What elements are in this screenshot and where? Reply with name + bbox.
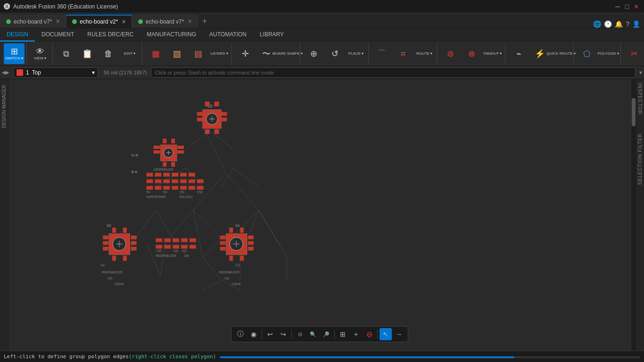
- tab-echo-board-v2[interactable]: echo-board v2* ✕: [66, 15, 132, 28]
- fanout-btn2[interactable]: ⊗: [461, 43, 482, 64]
- menu-library[interactable]: LIBRARY: [253, 28, 290, 41]
- switch-button[interactable]: ⊞ SWITCH ▾: [4, 43, 25, 64]
- zoom-out-button[interactable]: 🔍: [307, 328, 319, 340]
- layers-stack3-button[interactable]: ▤: [188, 43, 208, 64]
- switch-icon: ⊞: [11, 47, 18, 56]
- vertical-scrollbar[interactable]: [631, 79, 636, 351]
- info-button[interactable]: ⓘ: [234, 328, 247, 340]
- copy-button[interactable]: ⧉: [56, 43, 76, 64]
- grid-button[interactable]: ⊞: [337, 328, 349, 340]
- avatar-icon[interactable]: 👤: [632, 20, 640, 28]
- svg-rect-66: [197, 186, 204, 189]
- layers-stack1-button[interactable]: ▦: [145, 43, 166, 64]
- edit-menu-button[interactable]: EDIT ▾: [119, 43, 140, 64]
- route-btn2[interactable]: ⌗: [393, 43, 413, 64]
- svg-rect-84: [112, 228, 116, 233]
- place-menu-button[interactable]: PLACE ▾: [346, 43, 366, 64]
- main-layout: DESIGN MANAGER: [0, 79, 644, 351]
- layer-nav-arrows[interactable]: ◀▶: [2, 70, 9, 75]
- svg-rect-64: [180, 186, 187, 189]
- redo-button[interactable]: ↪: [277, 328, 289, 340]
- right-sidebar: INSPECTOR SELECTION FILTER: [636, 79, 644, 351]
- route-btn1[interactable]: ⌒: [372, 43, 392, 64]
- toolbar-separator-1: [262, 329, 262, 339]
- select-mode-button[interactable]: ↖: [380, 328, 392, 340]
- minimize-button[interactable]: ─: [614, 3, 621, 10]
- inspector-label[interactable]: INSPECTOR: [637, 83, 643, 115]
- quick-route-menu-button[interactable]: QUICK ROUTE ▾: [551, 43, 571, 64]
- clock-icon[interactable]: 🕐: [604, 20, 612, 28]
- scroll-thumb[interactable]: [632, 98, 636, 126]
- svg-text:R2: R2: [163, 190, 167, 194]
- progress-fill: [220, 356, 514, 358]
- svg-rect-85: [123, 228, 127, 233]
- tab-label: echo-board v2*: [80, 18, 118, 25]
- svg-rect-61: [155, 186, 161, 189]
- tab-close-button[interactable]: ✕: [122, 19, 126, 25]
- globe-icon[interactable]: 🌐: [593, 20, 601, 28]
- fanout-btn1[interactable]: ⊛: [440, 43, 461, 64]
- menu-document[interactable]: DOCUMENT: [35, 28, 81, 41]
- pcb-canvas: S3 G R B A LED+: [8, 79, 631, 351]
- zoom-in-button[interactable]: 🔎: [320, 328, 332, 340]
- close-button[interactable]: ✕: [633, 3, 640, 10]
- place-btn1[interactable]: ⊕: [303, 43, 324, 64]
- tab-close-button[interactable]: ✕: [56, 18, 60, 25]
- toolbar-group-board-shape: ✛ 〜 BOARD SHAPE ▾: [233, 42, 300, 65]
- polygon-btn1[interactable]: ⬠: [577, 43, 597, 64]
- remove-button[interactable]: ⊖: [363, 328, 375, 340]
- layers-menu-button[interactable]: LAYERS ▾: [209, 43, 230, 64]
- route-menu-button[interactable]: ROUTE ▾: [414, 43, 435, 64]
- view-button[interactable]: 👁 VIEW ▾: [30, 43, 50, 64]
- place-btn2[interactable]: ↺: [324, 43, 345, 64]
- design-manager-label[interactable]: DESIGN MANAGER: [1, 85, 7, 128]
- add-button[interactable]: +: [350, 328, 362, 340]
- command-bar[interactable]: Click or press Slash to activate command…: [151, 67, 636, 78]
- svg-rect-60: [147, 186, 153, 189]
- toolbar: ⊞ SWITCH ▾ 👁 VIEW ▾ ⧉ 📋 🗑 EDIT ▾ ▦ ▧: [0, 41, 644, 66]
- tab-label: echo-board v7*: [14, 18, 52, 25]
- svg-rect-87: [123, 255, 127, 261]
- layer-selector[interactable]: 1 Top ▾: [13, 67, 98, 78]
- toolbar-group-layers: ▦ ▧ ▤ LAYERS ▾: [143, 42, 232, 65]
- window-controls[interactable]: ─ □ ✕: [614, 3, 640, 10]
- title-bar: 🅐 Autodesk Fusion 360 (Education License…: [0, 0, 644, 13]
- menu-design[interactable]: DESIGN: [0, 28, 35, 41]
- toolbar-separator-4: [377, 329, 378, 339]
- paste-button[interactable]: 📋: [77, 43, 98, 64]
- tab-echo-board-v7-1[interactable]: echo-board v7* ✕: [0, 15, 66, 28]
- delete-button[interactable]: 🗑: [98, 43, 119, 64]
- maximize-button[interactable]: □: [623, 3, 631, 10]
- arrow-right-button[interactable]: →: [393, 328, 405, 340]
- ripup-btn1[interactable]: ✂: [624, 43, 644, 64]
- fanout-menu-button[interactable]: FANOUT ▾: [482, 43, 503, 64]
- command-dropdown-button[interactable]: ▾: [639, 69, 642, 76]
- status-text: Left-click to define group polygon edges: [4, 354, 129, 360]
- canvas-area[interactable]: S3 G R B A LED+: [8, 79, 631, 351]
- left-sidebar: DESIGN MANAGER: [0, 79, 8, 351]
- svg-text:REDFAB1205: REDFAB1205: [156, 254, 176, 257]
- tab-echo-board-v7-2[interactable]: echo-board v7* ✕: [132, 15, 198, 28]
- toolbar-group-polygon: ⬠ POLYGON ▾: [575, 42, 621, 65]
- bottom-toolbar: ⓘ ◉ ↩ ↪ ⊙ 🔍 🔎 ⊞ + ⊖ ↖ →: [231, 326, 408, 342]
- board-shape-menu-button[interactable]: BOARD SHAPE ▾: [277, 43, 298, 64]
- menu-rules-drc-erc[interactable]: RULES DRC/ERC: [81, 28, 140, 41]
- svg-rect-106: [240, 255, 244, 261]
- polygon-menu-button[interactable]: POLYGON ▾: [598, 43, 619, 64]
- layers-stack2-button[interactable]: ▧: [166, 43, 187, 64]
- undo-button[interactable]: ↩: [264, 328, 276, 340]
- menu-manufacturing[interactable]: MANUFACTURING: [140, 28, 203, 41]
- menu-automation[interactable]: AUTOMATION: [203, 28, 253, 41]
- board-shape-btn1[interactable]: ✛: [235, 43, 256, 64]
- eye-button[interactable]: ◉: [248, 328, 260, 340]
- svg-text:REDFAB1205: REDFAB1205: [102, 271, 122, 274]
- selection-filter-label[interactable]: SELECTION FILTER: [637, 133, 643, 185]
- svg-rect-55: [163, 180, 170, 183]
- quick-route-btn1[interactable]: ⌁: [508, 43, 529, 64]
- help-icon[interactable]: ?: [626, 20, 629, 28]
- zoom-fit-button[interactable]: ⊙: [294, 328, 306, 340]
- bell-icon[interactable]: 🔔: [615, 20, 623, 28]
- svg-rect-50: [172, 173, 178, 177]
- add-tab-button[interactable]: +: [198, 15, 211, 28]
- tab-close-button[interactable]: ✕: [188, 18, 192, 25]
